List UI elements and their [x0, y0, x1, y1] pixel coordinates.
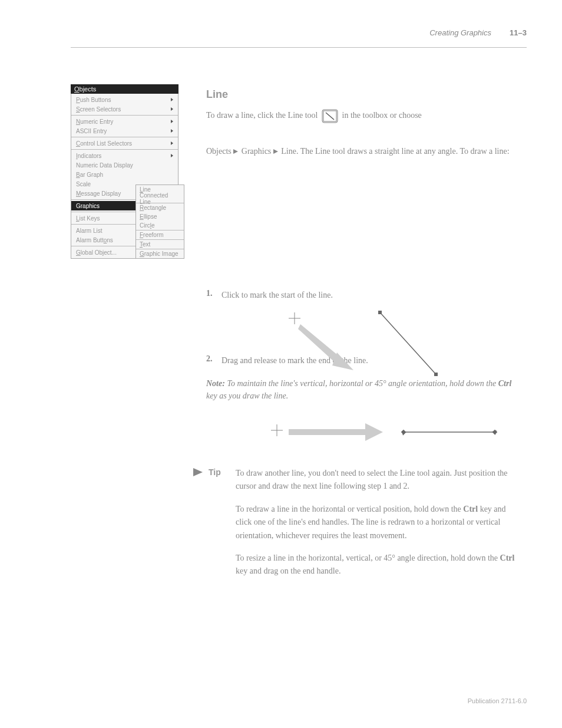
intro-text-1b: in the toolbox or choose: [342, 111, 422, 120]
page-number: 11–3: [510, 28, 527, 37]
svg-marker-21: [193, 468, 203, 476]
tip-body: To draw another line, you don't need to …: [236, 467, 515, 588]
step-2-num: 2.: [206, 354, 222, 364]
diagonal-line-diagram: [283, 307, 507, 377]
submenu-item[interactable]: Ellipse: [136, 212, 184, 221]
graphics-submenu: LineConnected LineRectangleEllipseCircle…: [135, 185, 184, 259]
submenu-item[interactable]: Freeform: [136, 230, 184, 239]
horizontal-line-diagram: [271, 413, 507, 448]
intro-line-1: To draw a line, click the Line tool in t…: [206, 109, 515, 123]
tip-p1: To draw another line, you don't need to …: [236, 467, 515, 493]
svg-rect-11: [434, 373, 438, 376]
page-footer: Publication 2711-6.0: [468, 697, 527, 704]
tip-p2: To redraw a line in the horizontal or ve…: [236, 503, 515, 542]
step-1-text: Click to mark the start of the line.: [222, 289, 515, 301]
menu-item[interactable]: ASCII Entry: [71, 126, 178, 136]
submenu-item[interactable]: Graphic Image: [136, 249, 184, 258]
submenu-item[interactable]: Circle: [136, 221, 184, 230]
svg-marker-3: [233, 149, 238, 154]
svg-rect-10: [378, 311, 382, 314]
menu-item[interactable]: Control List Selectors: [71, 139, 178, 148]
tip-heading: Tip: [192, 467, 221, 477]
svg-rect-20: [492, 430, 497, 434]
svg-rect-19: [401, 430, 406, 434]
intro-text-1a: To draw a line, click the Line tool: [206, 111, 318, 120]
menu-item[interactable]: Numeric Entry: [71, 117, 178, 126]
page-header: Creating Graphics: [429, 28, 491, 37]
tip-label: Tip: [209, 467, 221, 477]
menu-item[interactable]: Push Buttons: [71, 95, 178, 104]
menu-item[interactable]: Numeric Data Display: [71, 160, 178, 170]
step-1: 1. Click to mark the start of the line.: [206, 289, 515, 301]
header-rule: [71, 47, 527, 48]
menu-item[interactable]: Screen Selectors: [71, 104, 178, 114]
menu-title: Objects: [71, 84, 178, 94]
svg-rect-14: [289, 429, 365, 435]
svg-marker-4: [273, 149, 278, 154]
tip-icon: [192, 467, 204, 477]
step-1-num: 1.: [206, 289, 222, 298]
svg-line-9: [380, 312, 436, 374]
intro-line-2: Objects Graphics Line. The Line tool dra…: [206, 145, 515, 158]
tip-p3: To resize a line in the horizontal, vert…: [236, 552, 515, 578]
submenu-item[interactable]: Connected Line: [136, 194, 184, 203]
submenu-item[interactable]: Text: [136, 240, 184, 249]
svg-marker-15: [365, 423, 383, 441]
section-heading: Line: [206, 88, 228, 101]
line-tool-icon: [322, 109, 338, 123]
menu-item[interactable]: Bar Graph: [71, 170, 178, 179]
menu-item[interactable]: Indicators: [71, 151, 178, 160]
